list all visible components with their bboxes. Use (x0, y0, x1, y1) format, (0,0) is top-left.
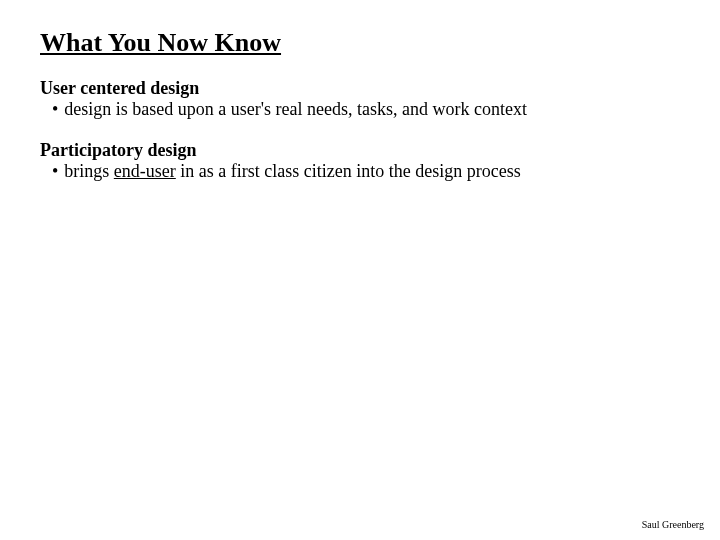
section-2-bullet: • brings end-user in as a first class ci… (40, 161, 680, 182)
section-1-bullet: • design is based upon a user's real nee… (40, 99, 680, 120)
section-2: Participatory design • brings end-user i… (40, 140, 680, 182)
slide-title: What You Now Know (40, 28, 680, 58)
bullet-icon: • (52, 99, 58, 120)
bullet-underlined: end-user (114, 161, 176, 181)
section-2-heading: Participatory design (40, 140, 680, 161)
bullet-icon: • (52, 161, 58, 182)
section-2-bullet-text: brings end-user in as a first class citi… (64, 161, 680, 182)
bullet-suffix: in as a first class citizen into the des… (176, 161, 521, 181)
section-1-heading: User centered design (40, 78, 680, 99)
section-1-bullet-text: design is based upon a user's real needs… (64, 99, 680, 120)
section-1: User centered design • design is based u… (40, 78, 680, 120)
footer-author: Saul Greenberg (642, 519, 704, 530)
bullet-prefix: brings (64, 161, 114, 181)
